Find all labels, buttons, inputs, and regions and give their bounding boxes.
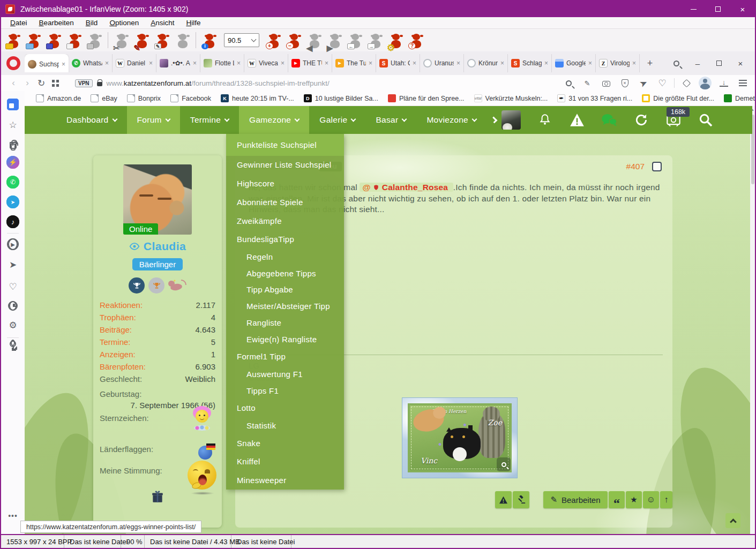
browser-maximize-button[interactable] [711, 55, 727, 71]
toolbar-button[interactable] [105, 30, 111, 50]
toolbar-button[interactable]: ⚙ [386, 30, 406, 50]
bookmark-item[interactable]: Facebook [167, 93, 215, 104]
signature-image[interactable]: Dir im Herzen Zoe Vinc [402, 397, 518, 478]
bookmark-item[interactable]: Bonprix [123, 93, 164, 104]
browser-tab[interactable]: Schlag × [508, 54, 552, 72]
extensions-cube-icon[interactable] [679, 76, 693, 90]
bookmark-item[interactable]: Pläne für den Spree... [384, 93, 468, 104]
forward-button[interactable]: › [20, 76, 34, 90]
bookmark-item[interactable]: heute 20:15 im TV-... [217, 93, 298, 104]
tab-search-icon[interactable] [668, 55, 684, 71]
star-button[interactable]: ★ [626, 491, 642, 508]
toolbar-button[interactable]: ✂ [111, 30, 132, 50]
bookmark-item[interactable]: Die größte Flut der... [638, 93, 718, 104]
notifications-bell-icon[interactable] [537, 112, 553, 128]
scroll-to-top-button[interactable] [725, 513, 740, 528]
search-button[interactable] [698, 112, 714, 128]
toolbar-button[interactable]: i [199, 30, 220, 50]
toolbar-button[interactable]: ✎ [132, 30, 152, 50]
reports-warning-icon[interactable] [569, 112, 585, 128]
browser-tab[interactable]: .•✿•. A × [156, 54, 200, 72]
sidebar-icon[interactable]: ➤ [5, 257, 20, 272]
trophy-badge-blue[interactable] [129, 277, 145, 294]
dropdown-item[interactable]: Regeln [226, 249, 344, 265]
browser-tab[interactable]: Utah: G × [376, 54, 420, 72]
url-field[interactable]: VPN www.katzentatzenforum.at/forum/threa… [70, 76, 554, 90]
dropdown-item[interactable]: Highscore [226, 174, 344, 193]
chat-icon[interactable] [601, 112, 617, 128]
tab-close-icon[interactable]: × [456, 59, 460, 67]
post-number-link[interactable]: #407 [626, 162, 645, 171]
nav-overflow-chevron-icon[interactable] [491, 117, 498, 124]
toolbar-button[interactable]: ✎ [152, 30, 173, 50]
tab-close-icon[interactable]: × [544, 59, 548, 67]
browser-tab[interactable]: Flotte L × [200, 54, 244, 72]
profile-avatar-icon[interactable] [698, 76, 712, 90]
toolbar-button[interactable] [64, 30, 85, 50]
menu-item[interactable]: Ansicht [145, 19, 180, 27]
sidebar-icon[interactable] [7, 99, 19, 110]
sidebar-icon[interactable]: ♪ [6, 215, 19, 228]
new-tab-button[interactable]: + [643, 56, 657, 70]
toolbar-button[interactable] [24, 30, 44, 50]
tab-close-icon[interactable]: × [62, 61, 65, 68]
browser-tab[interactable]: Viveca × [244, 54, 288, 72]
tab-close-icon[interactable]: × [105, 59, 109, 67]
dropdown-item[interactable]: Meister/Absteiger Tipp [226, 298, 344, 314]
toolbar-button[interactable] [173, 30, 193, 50]
toolbar-button[interactable]: − [284, 30, 304, 50]
moderate-button[interactable] [513, 491, 529, 508]
nav-item[interactable]: Forum [127, 106, 180, 134]
post-checkbox[interactable] [652, 162, 662, 171]
browser-tab[interactable]: Daniel × [113, 54, 156, 72]
opera-logo-icon[interactable] [6, 56, 20, 70]
dropdown-item[interactable]: Gewinner Liste Suchspiel [226, 156, 344, 175]
sidebar-icon[interactable] [7, 337, 19, 338]
browser-tab[interactable]: Uranus × [420, 54, 464, 72]
send-to-device-icon[interactable]: ➤ [637, 76, 650, 90]
profile-avatar[interactable]: Online [123, 164, 192, 235]
downloads-icon[interactable]: ↓ [717, 76, 731, 90]
menu-item[interactable]: Hilfe [180, 19, 206, 27]
dropdown-item[interactable]: Ewige(n) Rangliste [226, 331, 344, 348]
trophy-badge-gray[interactable] [148, 277, 164, 294]
dropdown-item[interactable]: Punkteliste Suchspiel [226, 134, 344, 156]
quote-button[interactable]: “ [609, 491, 625, 508]
minimize-button[interactable] [681, 1, 706, 17]
browser-tab[interactable]: Suchsp × [25, 54, 69, 72]
tab-close-icon[interactable]: × [413, 59, 416, 67]
dropdown-item[interactable]: Minesweeper [226, 471, 344, 490]
dropdown-item[interactable]: Tipp Abgabe [226, 282, 344, 298]
back-button[interactable]: ‹ [6, 76, 20, 90]
dropdown-item[interactable]: Abgegebene Tipps [226, 265, 344, 282]
menu-item[interactable]: Datei [4, 19, 33, 27]
toolbar-button[interactable]: + [264, 30, 284, 50]
browser-minimize-button[interactable]: – [690, 55, 706, 71]
sidebar-icon[interactable] [10, 142, 17, 149]
tab-close-icon[interactable]: × [369, 59, 372, 67]
bookmark-item[interactable]: Demeter Sannmann... [720, 93, 755, 104]
toolbar-button[interactable] [193, 30, 199, 50]
nav-item[interactable]: Basar [365, 106, 416, 134]
dropdown-item[interactable]: Tipps F1 [226, 382, 344, 399]
sidebar-icon[interactable]: ☆ [5, 117, 20, 132]
user-avatar[interactable] [501, 110, 521, 130]
gift-button[interactable] [151, 490, 164, 505]
sidebar-icon[interactable] [7, 233, 19, 234]
sidebar-more-button[interactable]: ••• [5, 512, 20, 520]
browser-tab[interactable]: Virolog × [596, 54, 640, 72]
sidebar-icon[interactable]: ⚙ [5, 318, 20, 333]
report-button[interactable] [495, 491, 512, 508]
image-zoom-button[interactable] [497, 457, 511, 471]
toolbar-button[interactable]: ? [406, 30, 426, 50]
reload-button[interactable]: ↻ [34, 76, 48, 90]
nav-item[interactable]: Dashboard [56, 106, 127, 134]
browser-tab[interactable]: Google × [552, 54, 596, 72]
toolbar-button[interactable] [3, 30, 24, 50]
tab-close-icon[interactable]: × [281, 59, 285, 67]
sidebar-icon[interactable] [10, 341, 16, 347]
toolbar-button[interactable]: ← [345, 30, 365, 50]
speed-dial-icon[interactable] [48, 76, 62, 90]
profile-username[interactable]: Claudia [93, 240, 222, 253]
bookmark-item[interactable]: 10 lustige Bilder Sa... [300, 93, 382, 104]
